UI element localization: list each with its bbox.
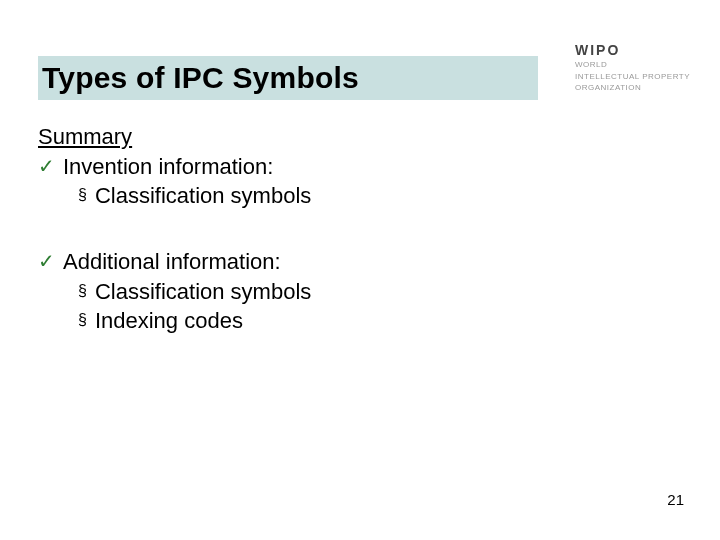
section2-heading: Additional information: (63, 247, 281, 277)
section2-item2-text: Indexing codes (95, 306, 243, 336)
section2-item1: § Classification symbols (78, 277, 311, 307)
logo-sub-line2: INTELLECTUAL PROPERTY (575, 72, 690, 82)
page-number: 21 (667, 491, 684, 508)
section2-item2: § Indexing codes (78, 306, 311, 336)
summary-heading: Summary (38, 122, 311, 152)
section1-row: ✓ Invention information: (38, 152, 311, 182)
square-bullet-icon: § (78, 277, 87, 304)
section2-row: ✓ Additional information: (38, 247, 311, 277)
section2-item1-text: Classification symbols (95, 277, 311, 307)
check-icon: ✓ (38, 247, 55, 275)
section1-item1-text: Classification symbols (95, 181, 311, 211)
slide-content: Summary ✓ Invention information: § Class… (38, 122, 311, 336)
wipo-logo: WIPO WORLD INTELLECTUAL PROPERTY ORGANIZ… (575, 42, 690, 93)
slide-title-bar: Types of IPC Symbols (38, 56, 538, 100)
check-icon: ✓ (38, 152, 55, 180)
square-bullet-icon: § (78, 306, 87, 333)
section1-item1: § Classification symbols (78, 181, 311, 211)
logo-sub-line1: WORLD (575, 60, 690, 70)
slide-title: Types of IPC Symbols (38, 61, 359, 95)
logo-main-text: WIPO (575, 42, 690, 58)
logo-sub-line3: ORGANIZATION (575, 83, 690, 93)
square-bullet-icon: § (78, 181, 87, 208)
section1-heading: Invention information: (63, 152, 273, 182)
